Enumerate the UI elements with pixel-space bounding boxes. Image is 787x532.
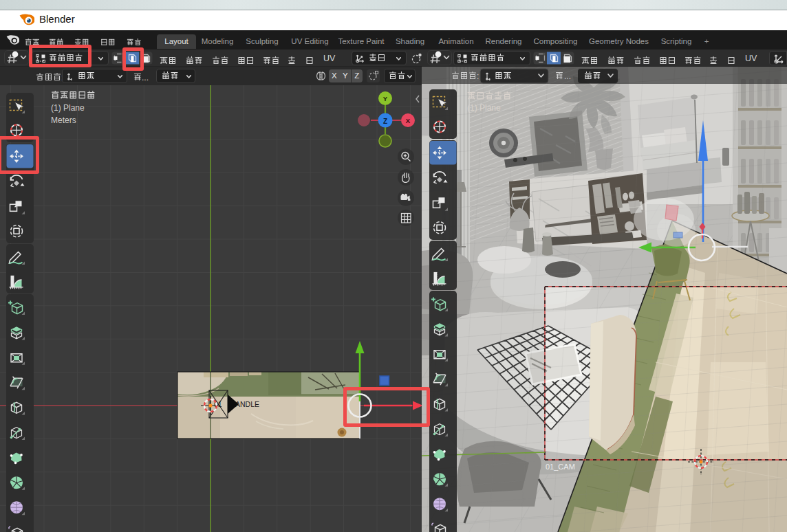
svg-text::: : — [477, 71, 479, 81]
svg-text:(1) Plane: (1) Plane — [51, 103, 85, 113]
svg-text:ANDLE: ANDLE — [235, 400, 259, 408]
svg-text:...: ... — [564, 71, 571, 81]
svg-text:Y: Y — [383, 95, 388, 102]
svg-text:(1) Plane: (1) Plane — [467, 103, 501, 113]
svg-text:X: X — [406, 117, 411, 124]
svg-text:Meters: Meters — [51, 115, 76, 125]
svg-text:01_CAM: 01_CAM — [546, 463, 575, 471]
svg-text:Z: Z — [383, 118, 387, 125]
